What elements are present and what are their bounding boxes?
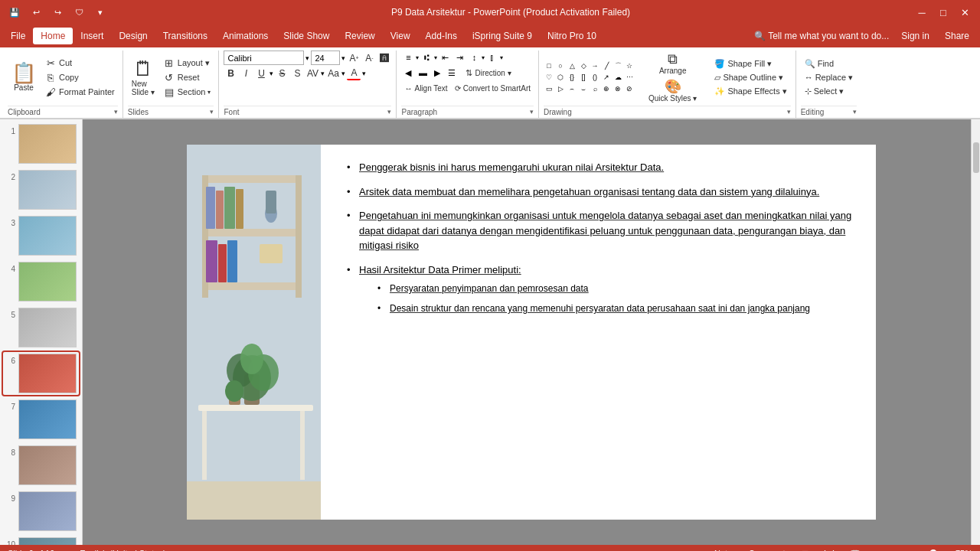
italic-button[interactable]: I — [239, 67, 253, 80]
slide-thumb-7[interactable]: 7 — [3, 398, 79, 441]
cut-button[interactable]: ✂ Cut — [41, 56, 118, 70]
new-slide-button[interactable]: 🗒 NewSlide ▾ — [128, 57, 158, 98]
slide-thumb-6[interactable]: 6 — [3, 352, 79, 395]
shape-arrow[interactable]: → — [590, 60, 600, 71]
slide-thumb-4[interactable]: 4 — [3, 260, 79, 303]
format-painter-button[interactable]: 🖌 Format Painter — [41, 85, 118, 99]
grow-font-button[interactable]: A+ — [347, 51, 361, 65]
redo-icon[interactable]: ↪ — [49, 4, 66, 21]
bold-button[interactable]: B — [224, 67, 237, 80]
convert-smartart-button[interactable]: ⟳ Convert to SmartArt — [452, 81, 534, 95]
shape-r3[interactable]: ⌢ — [567, 83, 577, 94]
shape-arr2[interactable]: ↗ — [601, 72, 612, 83]
font-name-dropdown[interactable]: ▾ — [305, 54, 309, 62]
notes-button[interactable]: Notes — [711, 548, 740, 551]
align-right-button[interactable]: ▶ — [430, 66, 444, 80]
menu-ispring[interactable]: iSpring Suite 9 — [465, 28, 540, 44]
char-spacing-dropdown[interactable]: ▾ — [321, 70, 325, 77]
quick-styles-button[interactable]: 🎨 Quick Styles ▾ — [645, 78, 701, 104]
copy-button[interactable]: ⎘ Copy — [41, 70, 118, 84]
shape-line[interactable]: ╱ — [601, 60, 612, 71]
shape-bracket[interactable]: {} — [567, 72, 577, 83]
bullets-button[interactable]: ≡ — [401, 51, 415, 64]
columns-button[interactable]: ⫿ — [485, 51, 499, 64]
strikethrough-button[interactable]: S — [275, 67, 289, 80]
shape-curve[interactable]: ⌒ — [612, 60, 623, 71]
slide-thumb-5[interactable]: 5 — [3, 306, 79, 349]
menu-insert[interactable]: Insert — [73, 28, 111, 44]
numbering-button[interactable]: ⑆ — [420, 51, 433, 64]
slideshow-button[interactable]: ▷ — [870, 548, 882, 552]
reading-view-button[interactable]: 📖 — [847, 548, 864, 552]
char-spacing-button[interactable]: AV — [305, 67, 319, 80]
slide-thumb-2[interactable]: 2 — [3, 168, 79, 211]
shape-rect[interactable]: □ — [544, 60, 554, 71]
slide-thumb-8[interactable]: 8 — [3, 444, 79, 487]
slide-sorter-button[interactable]: ⋮⋮ — [818, 548, 841, 552]
arrange-button[interactable]: ⧉ Arrange — [655, 51, 691, 77]
clipboard-expand[interactable]: ▾ — [114, 108, 118, 116]
paste-button[interactable]: 📋 Paste — [8, 57, 40, 97]
menu-home[interactable]: Home — [33, 28, 73, 44]
slide-thumb-1[interactable]: 1 — [3, 122, 79, 165]
bullets-dropdown[interactable]: ▾ — [416, 54, 419, 61]
columns-dropdown[interactable]: ▾ — [500, 54, 503, 61]
text-shadow-button[interactable]: S — [290, 67, 304, 80]
font-size-input[interactable] — [311, 51, 340, 65]
comments-button[interactable]: Comments — [746, 548, 792, 551]
undo-icon[interactable]: ↩ — [28, 4, 44, 21]
clear-format-button[interactable]: 🅰 — [377, 51, 391, 65]
shape-r8[interactable]: ⊘ — [624, 83, 635, 94]
dec-indent-button[interactable]: ⇤ — [438, 51, 452, 64]
minimize-button[interactable]: ─ — [913, 3, 931, 21]
font-color-dropdown[interactable]: ▾ — [362, 70, 366, 77]
shape-paren[interactable]: () — [590, 72, 600, 83]
slides-expand[interactable]: ▾ — [210, 108, 214, 116]
menu-addins[interactable]: Add-Ins — [418, 28, 465, 44]
menu-view[interactable]: View — [383, 28, 418, 44]
signin-button[interactable]: Sign in — [893, 28, 937, 44]
replace-button[interactable]: ↔ Replace ▾ — [801, 71, 857, 84]
shape-star[interactable]: ☆ — [624, 60, 635, 71]
reset-button[interactable]: ↺ Reset — [160, 70, 214, 84]
save-icon[interactable]: 💾 — [6, 4, 23, 21]
canvas-scrollbar[interactable] — [971, 119, 980, 545]
line-spacing-button[interactable]: ↕ — [467, 51, 481, 64]
shape-cloud[interactable]: ☁ — [612, 72, 623, 83]
align-justify-button[interactable]: ☰ — [445, 66, 459, 80]
shape-sq-bracket[interactable]: [] — [578, 72, 589, 83]
font-case-button[interactable]: Aa — [326, 67, 340, 80]
inc-indent-button[interactable]: ⇥ — [452, 51, 466, 64]
shape-hex[interactable]: ⬡ — [555, 72, 566, 83]
underline-dropdown[interactable]: ▾ — [270, 70, 273, 77]
shape-r6[interactable]: ⊕ — [601, 83, 612, 94]
paragraph-expand[interactable]: ▾ — [530, 108, 534, 116]
debug-icon[interactable]: 🛡 — [70, 4, 87, 21]
font-color-button[interactable]: A — [347, 67, 361, 80]
shape-r2[interactable]: ▷ — [555, 83, 566, 94]
font-case-dropdown[interactable]: ▾ — [341, 70, 345, 77]
section-button[interactable]: ▤ Section ▾ — [160, 85, 214, 99]
shape-circle[interactable]: ○ — [555, 60, 566, 71]
shape-tri[interactable]: △ — [567, 60, 577, 71]
editing-expand[interactable]: ▾ — [853, 108, 857, 116]
shape-heart[interactable]: ♡ — [544, 72, 554, 83]
shape-more[interactable]: ⋯ — [624, 72, 635, 83]
shape-r7[interactable]: ⊗ — [612, 83, 623, 94]
menu-slideshow[interactable]: Slide Show — [276, 28, 337, 44]
normal-view-button[interactable]: ⊞ — [799, 548, 812, 552]
menu-design[interactable]: Design — [111, 28, 155, 44]
menu-animations[interactable]: Animations — [215, 28, 276, 44]
underline-button[interactable]: U — [254, 67, 268, 80]
menu-transitions[interactable]: Transitions — [155, 28, 215, 44]
font-name-input[interactable] — [224, 51, 304, 65]
shrink-font-button[interactable]: A- — [362, 51, 376, 65]
numbering-dropdown[interactable]: ▾ — [434, 54, 437, 61]
menu-review[interactable]: Review — [337, 28, 382, 44]
font-size-dropdown[interactable]: ▾ — [341, 54, 345, 62]
shape-r4[interactable]: ⌣ — [578, 83, 589, 94]
shape-outline-button[interactable]: ▱ Shape Outline ▾ — [710, 71, 790, 84]
align-center-button[interactable]: ▬ — [416, 66, 430, 80]
text-direction-button[interactable]: ⇅ Direction ▾ — [462, 66, 514, 80]
shape-r5[interactable]: ⌕ — [590, 83, 600, 94]
